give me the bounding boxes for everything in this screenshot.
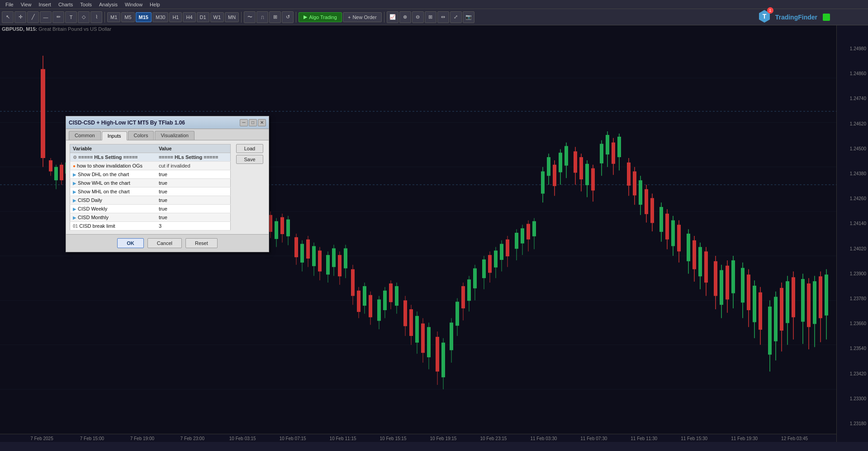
tab-inputs[interactable]: Inputs (102, 131, 127, 140)
line-btn[interactable]: ╱ (27, 11, 39, 23)
svg-rect-91 (286, 220, 290, 236)
bar-chart-btn[interactable]: ⎍ (256, 11, 268, 23)
svg-rect-97 (306, 240, 310, 259)
svg-rect-15 (49, 160, 52, 172)
dialog-maximize-btn[interactable]: □ (249, 119, 257, 126)
svg-text:T: T (762, 13, 766, 20)
menu-file[interactable]: File (2, 1, 17, 8)
indicator-btn[interactable]: 📈 (387, 11, 398, 23)
price-tick: 1.24020 (850, 246, 866, 251)
tf-h4[interactable]: H4 (183, 12, 195, 22)
time-tick: 10 Feb 07:15 (280, 436, 306, 441)
instrument-symbol: GBPUSD, M15: (2, 26, 37, 32)
logo-text: TradingFinder (775, 14, 817, 21)
tab-common[interactable]: Common (69, 131, 101, 140)
autoscroll-btn[interactable]: ⤢ (450, 11, 462, 23)
hline-btn[interactable]: — (40, 11, 52, 23)
dialog-close-btn[interactable]: ✕ (258, 119, 266, 126)
svg-rect-101 (318, 250, 322, 271)
svg-rect-95 (300, 244, 304, 263)
svg-rect-245 (792, 277, 795, 317)
tf-h1[interactable]: H1 (169, 12, 182, 22)
cancel-btn[interactable]: Cancel (147, 238, 182, 248)
fib-btn[interactable]: ⌇ (90, 11, 102, 23)
tf-m1[interactable]: M1 (107, 12, 120, 22)
ok-btn[interactable]: OK (117, 238, 144, 248)
dialog-minimize-btn[interactable]: ─ (240, 119, 248, 126)
chart-area[interactable]: GBPUSD, M15: Great Britain Pound vs US D… (0, 25, 868, 442)
svg-rect-235 (759, 293, 762, 330)
save-btn[interactable]: Save (236, 155, 263, 164)
candle-chart-btn[interactable]: ⊞ (269, 11, 281, 23)
new-order-btn[interactable]: + New Order (343, 12, 382, 22)
zoom-out-btn[interactable]: ⊖ (412, 11, 424, 23)
val-cell[interactable]: true (156, 213, 231, 222)
reload-btn[interactable]: ↺ (282, 11, 294, 23)
svg-rect-153 (488, 255, 492, 273)
time-tick: 10 Feb 15:15 (380, 436, 407, 441)
tf-m30[interactable]: M30 (152, 12, 168, 22)
tf-d1[interactable]: D1 (197, 12, 209, 22)
table-row[interactable]: ▶ CISD Daily true (70, 196, 231, 205)
load-btn[interactable]: Load (236, 144, 263, 153)
table-row[interactable]: ▶ CISD Weekly true (70, 205, 231, 213)
settings-table: Variable Value ⚙ ===== HLs Setting ===== (70, 144, 231, 230)
grid-btn[interactable]: ⊞ (425, 11, 436, 23)
text-btn[interactable]: T (65, 11, 77, 23)
svg-rect-117 (369, 295, 372, 317)
svg-rect-89 (280, 217, 284, 234)
svg-rect-145 (461, 286, 465, 308)
svg-rect-133 (421, 323, 425, 353)
svg-rect-201 (645, 189, 648, 214)
time-tick: 11 Feb 03:30 (530, 436, 557, 441)
crosshair-btn[interactable]: ✛ (14, 11, 26, 23)
table-row[interactable]: ▶ Show MHL on the chart true (70, 187, 231, 196)
tab-colors[interactable]: Colors (128, 131, 154, 140)
menu-insert[interactable]: Insert (35, 1, 55, 8)
val-cell[interactable]: true (156, 179, 231, 187)
svg-rect-129 (409, 309, 413, 336)
price-tick: 1.23900 (850, 271, 866, 276)
time-tick: 10 Feb 19:15 (430, 436, 457, 441)
svg-rect-181 (579, 157, 583, 179)
menu-help[interactable]: Help (146, 1, 164, 8)
table-row[interactable]: ▶ Show DHL on the chart true (70, 170, 231, 179)
tf-m15[interactable]: M15 (136, 12, 152, 22)
scroll-btn[interactable]: ⇔ (437, 11, 449, 23)
table-row[interactable]: ▶ Show WHL on the chart true (70, 179, 231, 187)
menu-view[interactable]: View (17, 1, 35, 8)
table-row[interactable]: 01 CISD break limit 3 (70, 222, 231, 230)
shapes-btn[interactable]: ◇ (78, 11, 90, 23)
svg-rect-149 (473, 269, 477, 288)
val-cell[interactable]: cut if invalided (156, 162, 231, 170)
svg-rect-233 (753, 286, 756, 322)
menu-tools[interactable]: Tools (76, 1, 95, 8)
pencil-btn[interactable]: ✏ (52, 11, 64, 23)
cursor-btn[interactable]: ↖ (2, 11, 14, 23)
drawing-tools: ↖ ✛ ╱ — ✏ T ◇ ⌇ (2, 11, 102, 23)
settings-dialog[interactable]: CISD-CSD + High-Low ICT MT5 By TFlab 1.0… (66, 116, 269, 252)
val-cell[interactable]: true (156, 205, 231, 213)
table-row[interactable]: ▶ CISD Monthly true (70, 213, 231, 222)
tf-m5[interactable]: M5 (121, 12, 134, 22)
reset-btn[interactable]: Reset (185, 238, 218, 248)
val-cell[interactable]: true (156, 187, 231, 196)
algo-label: Algo Trading (309, 14, 337, 20)
menu-bar: File View Insert Charts Tools Analysis W… (0, 0, 868, 9)
timeframe-group: M1 M5 M15 M30 H1 H4 D1 W1 MN (107, 12, 239, 22)
val-cell[interactable]: true (156, 170, 231, 179)
line-chart-btn[interactable]: 〜 (244, 11, 256, 23)
tab-visualization[interactable]: Visualization (155, 131, 194, 140)
val-cell[interactable]: 3 (156, 222, 231, 230)
menu-analysis[interactable]: Analysis (95, 1, 121, 8)
tf-w1[interactable]: W1 (210, 12, 224, 22)
screenshot-btn[interactable]: 📷 (463, 11, 474, 23)
zoom-in-btn[interactable]: ⊕ (399, 11, 411, 23)
algo-trading-btn[interactable]: ▶ Algo Trading (299, 12, 342, 22)
menu-charts[interactable]: Charts (55, 1, 76, 8)
tf-mn[interactable]: MN (225, 12, 239, 22)
val-cell[interactable]: true (156, 196, 231, 205)
menu-window[interactable]: Window (121, 1, 146, 8)
table-row[interactable]: ● how to show invalidation OGs cut if in… (70, 162, 231, 170)
price-tick: 1.24980 (850, 46, 866, 51)
